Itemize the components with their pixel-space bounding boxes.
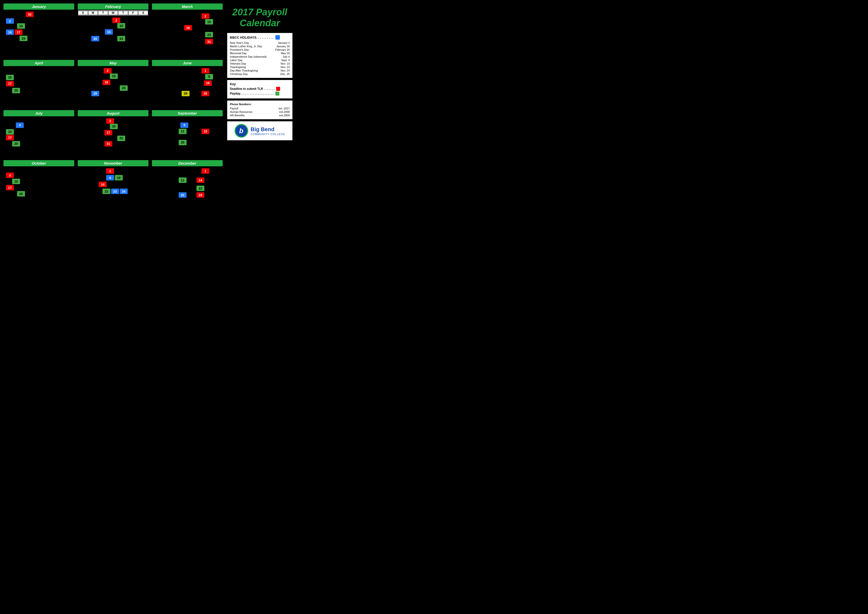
october-header: October [3,160,74,166]
logo-box: b Big Bend COMMUNITY COLLEGE [227,121,293,140]
jul-10: 10 [6,129,14,135]
may-2: 2 [104,68,112,73]
phone-row-hr: Human Resources ext.2008 [230,110,290,113]
november-body: 1 9 10 14 22 23 24 [78,166,149,198]
september-body: 4 11 15 25 [152,116,223,149]
nov-10: 10 [115,175,123,180]
nov-9: 9 [106,175,114,180]
hrb-number: ext.2009 [279,114,290,117]
february-dow: S M T W T F S [78,10,149,16]
may-25: 25 [120,85,128,91]
jun-26: 26 [181,91,189,96]
june-body: 1 9 16 26 30 [152,66,223,98]
jan-10: 10 [17,23,25,29]
h1-date: January 2 [278,41,290,44]
key-box: Key Deadline to submit TLR . . . . . . .… [227,80,293,99]
holiday-row: President's Day February 20 [230,48,290,51]
holidays-list: New Year's Day January 2 Martin Luther K… [230,41,290,76]
may-29: 29 [91,91,99,96]
dow-s2: S [138,11,148,15]
nov-1: 1 [106,168,114,174]
feb-20: 20 [91,36,99,41]
feb-2: 2 [112,17,120,23]
dow-f: F [128,11,138,15]
h8-name: Thanksgiving [230,65,246,68]
january-block: January 30 2 10 16 17 25 [3,3,75,57]
jan-30: 30 [26,12,34,17]
holiday-row: Memorial Day May 29 [230,51,290,55]
nov-22: 22 [102,189,110,194]
oct-2: 2 [6,172,14,178]
june-header: June [152,60,223,66]
mar-16: 16 [184,25,192,31]
december-body: 1 11 14 22 25 29 [152,166,223,198]
may-10: 10 [110,73,118,79]
july-block: July 4 10 17 25 [3,109,75,158]
aug-2: 2 [106,118,114,124]
aug-10: 10 [110,124,118,129]
tlr-label: Deadline to submit TLR . . . . . . . [230,87,274,91]
h7-name: Veterans Day [230,62,246,65]
holiday-row: Martin Luther King, Jr. Day January 16 [230,45,290,48]
phone-box: Phone Numbers: Payroll ext. 2017 Human R… [227,101,293,119]
bbcc-header: BBCC HOLIDAYS. . . . . . . . . . [230,35,290,40]
sep-25: 25 [179,140,186,145]
oct-25: 25 [17,191,25,197]
h4-name: Memorial Day [230,52,247,55]
june-block: June 1 9 16 26 30 [151,59,224,108]
dow-w: W [108,11,118,15]
may-16: 16 [102,80,110,85]
apr-10: 10 [6,75,14,80]
h3-name: President's Day [230,48,249,51]
feb-10: 10 [117,23,125,28]
dec-14: 14 [197,177,205,183]
red-square-icon [276,87,280,91]
january-body: 30 2 10 16 17 25 [3,10,74,44]
tlr-key-row: Deadline to submit TLR . . . . . . . [230,87,290,91]
sep-11: 11 [179,129,186,134]
logo-icon: b [234,124,248,138]
dec-29: 29 [197,192,205,198]
h6-date: Sept. 4 [281,59,290,62]
april-block: April 10 17 25 [3,59,75,108]
mar-31: 31 [205,39,213,44]
holiday-row: Veterans Day Nov. 10 [230,62,290,65]
jun-16: 16 [204,81,212,86]
aug-17: 17 [104,130,112,135]
hrb-label: HR-Benefits [230,114,245,117]
march-header: March [152,3,223,10]
may-header: May [78,60,149,66]
h5-date: July 4 [282,55,290,58]
holiday-row: Thanksgiving Nov. 23 [230,65,290,69]
july-body: 4 10 17 25 [3,116,74,149]
nov-23: 23 [111,189,119,194]
may-body: 2 10 16 25 29 [78,66,149,98]
august-header: August [78,110,149,116]
h1-name: New Year's Day [230,41,249,44]
feb-24: 24 [117,36,125,41]
bbcc-holidays-label: BBCC HOLIDAYS. . . . . . . . . . [230,36,273,39]
logo-big: Big Bend [251,126,285,133]
logo-text: Big Bend COMMUNITY COLLEGE [251,126,285,136]
dow-t1: T [98,11,108,15]
dec-11: 11 [179,177,186,183]
right-panel: 2017 Payroll Calendar BBCC HOLIDAYS. . .… [225,3,294,208]
page-title: 2017 Payroll Calendar [227,5,293,31]
holiday-row: Christmas Day Dec. 25 [230,72,290,76]
h6-name: Labor Day [230,59,242,62]
march-body: 2 10 16 24 31 [152,10,223,48]
h3-date: February 20 [275,48,290,51]
october-block: October 2 10 17 25 [3,159,75,208]
jul-4: 4 [16,122,24,128]
december-header: December [152,160,223,166]
holiday-row: Labor Day Sept. 4 [230,58,290,62]
aug-31: 31 [104,141,112,147]
september-header: September [152,110,223,116]
dec-22: 22 [197,186,205,191]
january-header: January [3,3,74,10]
feb-15: 15 [105,29,113,35]
july-header: July [3,110,74,116]
jan-25: 25 [20,36,28,41]
april-body: 10 17 25 [3,66,74,98]
phone-row-hrbenefits: HR-Benefits ext.2009 [230,113,290,117]
